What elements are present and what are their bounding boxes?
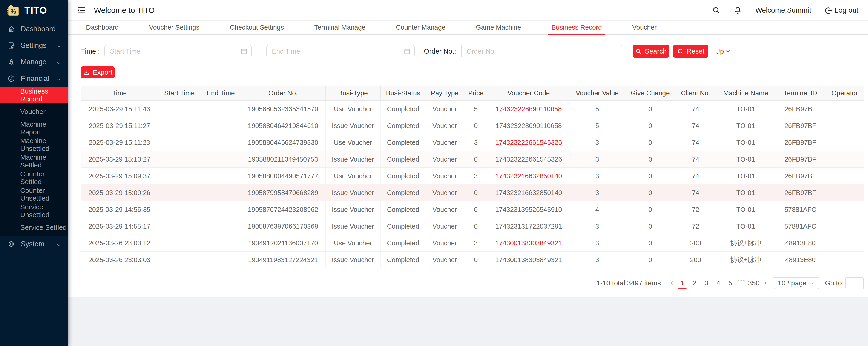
sidebar-item-settings[interactable]: Settings (0, 37, 68, 54)
cell-machine-name: TO-01 (716, 101, 776, 117)
rocket-icon (7, 58, 15, 66)
tab-voucher-settings[interactable]: Voucher Settings (146, 21, 203, 34)
logout-icon (825, 6, 832, 14)
table-row: 2025-03-29 15:11:431905880532335341570Us… (81, 101, 864, 117)
page-ellipsis[interactable]: ••• (738, 278, 745, 288)
page-number-3[interactable]: 3 (702, 278, 711, 288)
cell-give-change: 0 (625, 184, 675, 201)
end-time-input[interactable] (267, 45, 414, 57)
cell-end-time (201, 184, 241, 201)
page-number-350[interactable]: 350 (748, 278, 760, 288)
cell-start-time (158, 101, 201, 117)
cell-busi-status: Completed (380, 201, 426, 218)
sidebar-item-service-settled[interactable]: Service Settled (0, 219, 68, 236)
bell-icon[interactable] (734, 6, 742, 14)
cell-busi-type: Use Voucher (326, 134, 380, 151)
cell-pay-type: Voucher (426, 117, 464, 134)
calendar-icon (241, 48, 247, 55)
logout-button[interactable]: Log out (825, 6, 858, 14)
tab-game-machine[interactable]: Game Machine (473, 21, 524, 34)
cell-order-no: 1905876397066170369 (241, 218, 326, 235)
reset-button[interactable]: Reset (673, 45, 708, 58)
cell-pay-type: Voucher (426, 134, 464, 151)
cell-start-time (158, 218, 201, 235)
tab-terminal-manage[interactable]: Terminal Manage (311, 21, 369, 34)
col-header-start-time: Start Time (158, 86, 201, 101)
start-time-picker[interactable] (104, 45, 252, 58)
sidebar-item-counter-settled[interactable]: Counter Settled (0, 170, 68, 186)
cell-give-change: 0 (625, 134, 675, 151)
col-header-end-time: End Time (201, 86, 241, 101)
sidebar-item-financial[interactable]: £Financial (0, 70, 68, 87)
tab-checkout-settings[interactable]: Checkout Settings (226, 21, 287, 34)
cell-time: 2025-03-29 15:09:26 (81, 184, 158, 201)
tab-dashboard[interactable]: Dashboard (83, 21, 122, 34)
cell-voucher-code[interactable]: 174323228690110658 (488, 101, 569, 117)
search-icon[interactable] (712, 6, 720, 14)
cell-start-time (158, 251, 201, 268)
start-time-input[interactable] (105, 45, 251, 57)
sidebar-item-machine-settled[interactable]: Machine Settled (0, 153, 68, 170)
range-separator: ~ (255, 48, 258, 55)
search-button[interactable]: Search (633, 45, 669, 58)
table-row: 2025-03-26 23:03:121904912021136007170Us… (81, 235, 864, 251)
cell-busi-status: Completed (380, 235, 426, 251)
cell-price: 0 (464, 201, 488, 218)
footer-background (68, 297, 868, 346)
cell-busi-status: Completed (380, 134, 426, 151)
cell-end-time (201, 251, 241, 268)
sidebar-item-manage[interactable]: Manage (0, 54, 68, 70)
cell-terminal-id: 57881AFC (776, 218, 825, 235)
tab-counter-manage[interactable]: Counter Manage (393, 21, 449, 34)
tab-voucher[interactable]: Voucher (629, 21, 660, 34)
sidebar-item-system[interactable]: System (0, 236, 68, 252)
page-size-select[interactable]: 10 / page (774, 277, 819, 289)
sidebar-item-machine-unsettled[interactable]: Machine Unsettled (0, 136, 68, 153)
sidebar-item-service-unsettled[interactable]: Service Unsettled (0, 203, 68, 219)
sidebar-item-counter-unsettled[interactable]: Counter Unsettled (0, 186, 68, 203)
app-logo[interactable]: % TITO (0, 0, 68, 21)
page-number-4[interactable]: 4 (713, 278, 723, 288)
business-record-table: TimeStart TimeEnd TimeOrder No.Busi-Type… (81, 86, 864, 268)
cell-time: 2025-03-29 15:11:23 (81, 134, 158, 151)
order-no-input[interactable] (461, 45, 622, 58)
cell-voucher-code[interactable]: 174323216632850140 (488, 168, 569, 184)
cell-voucher-value: 3 (569, 251, 625, 268)
home-icon (7, 25, 15, 33)
goto-page-input[interactable] (845, 277, 864, 289)
cell-client-no: 74 (675, 117, 716, 134)
cell-time: 2025-03-26 23:03:03 (81, 251, 158, 268)
cell-operator (825, 134, 864, 151)
filter-row: Time : ~ (81, 45, 864, 58)
export-button[interactable]: Export (81, 66, 115, 78)
chevron-down-icon (56, 43, 62, 48)
end-time-picker[interactable] (266, 45, 415, 58)
topbar: Welcome to TITO Welcome,Summit (68, 0, 868, 21)
menu-fold-icon[interactable] (76, 6, 86, 15)
page-number-1[interactable]: 1 (678, 278, 687, 288)
sidebar-item-machine-report[interactable]: Machine Report (0, 120, 68, 136)
page-number-5[interactable]: 5 (725, 278, 735, 288)
cell-pay-type: Voucher (426, 168, 464, 184)
cell-price: 0 (464, 151, 488, 168)
page-next-icon[interactable] (761, 278, 770, 288)
tab-business-record[interactable]: Business Record (548, 21, 605, 34)
cell-time: 2025-03-29 14:55:17 (81, 218, 158, 235)
cell-price: 0 (464, 251, 488, 268)
sidebar-item-voucher[interactable]: Voucher (0, 103, 68, 120)
page-number-2[interactable]: 2 (689, 278, 699, 288)
collapse-filters-link[interactable]: Up (715, 47, 731, 55)
sidebar-item-dashboard[interactable]: Dashboard (0, 21, 68, 37)
page-prev-icon[interactable] (667, 278, 676, 288)
cell-operator (825, 235, 864, 251)
cell-voucher-code[interactable]: 174300138303849321 (488, 235, 569, 251)
cell-end-time (201, 134, 241, 151)
cell-busi-type: Use Voucher (326, 168, 380, 184)
cell-give-change: 0 (625, 201, 675, 218)
download-icon (83, 69, 90, 76)
sidebar-item-business-record[interactable]: Business Record (0, 87, 68, 103)
cell-voucher-code[interactable]: 174323222661545326 (488, 134, 569, 151)
table-row: 2025-03-29 15:10:271905880211349450753Is… (81, 151, 864, 168)
cell-order-no: 1905876724423208962 (241, 201, 326, 218)
cell-time: 2025-03-29 15:09:37 (81, 168, 158, 184)
